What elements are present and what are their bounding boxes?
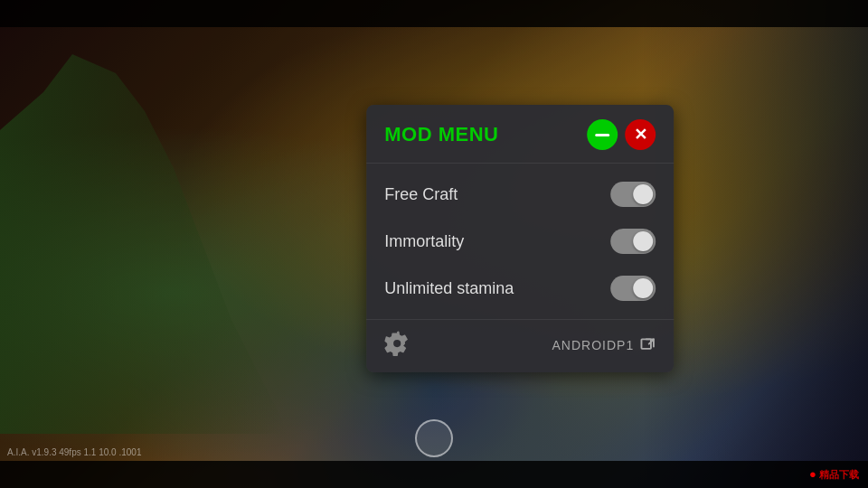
mod-menu-footer: ANDROIDP1 (366, 319, 674, 372)
header-buttons: ✕ (587, 119, 656, 150)
mod-menu-item-unlimited-stamina: Unlimited stamina (366, 265, 674, 312)
immortality-label: Immortality (384, 232, 464, 251)
figure-left (0, 54, 289, 434)
free-craft-label: Free Craft (384, 185, 458, 204)
close-button[interactable]: ✕ (625, 119, 656, 150)
mod-menu-item-free-craft: Free Craft (366, 171, 674, 218)
unlimited-stamina-label: Unlimited stamina (384, 279, 514, 298)
version-text: A.I.A. v1.9.3 49fps 1.1 10.0 .1001 (7, 447, 141, 457)
gear-icon (384, 331, 410, 356)
immortality-toggle[interactable] (610, 229, 656, 254)
free-craft-toggle[interactable] (610, 182, 656, 207)
mod-menu-header: MOD MENU ✕ (366, 105, 674, 164)
mod-menu-title: MOD MENU (384, 123, 498, 146)
top-bar (0, 0, 868, 27)
mod-menu-items: Free Craft Immortality Unlimited stamina (366, 164, 674, 319)
home-button-area (411, 416, 457, 461)
androidp1-label: ANDROIDP1 (552, 338, 635, 352)
external-link-icon (639, 337, 656, 353)
watermark-text: ● 精品下载 (809, 467, 859, 482)
minimize-button[interactable] (587, 119, 618, 150)
settings-button[interactable] (384, 331, 410, 360)
bottom-bar: ● 精品下载 (0, 461, 868, 488)
home-button[interactable] (415, 419, 453, 457)
androidp1-link[interactable]: ANDROIDP1 (552, 337, 656, 353)
mod-menu-item-immortality: Immortality (366, 218, 674, 265)
mod-menu-panel: MOD MENU ✕ Free Craft Immortality Unlimi… (366, 105, 674, 372)
figure-right (642, 0, 868, 488)
unlimited-stamina-toggle[interactable] (610, 276, 656, 301)
